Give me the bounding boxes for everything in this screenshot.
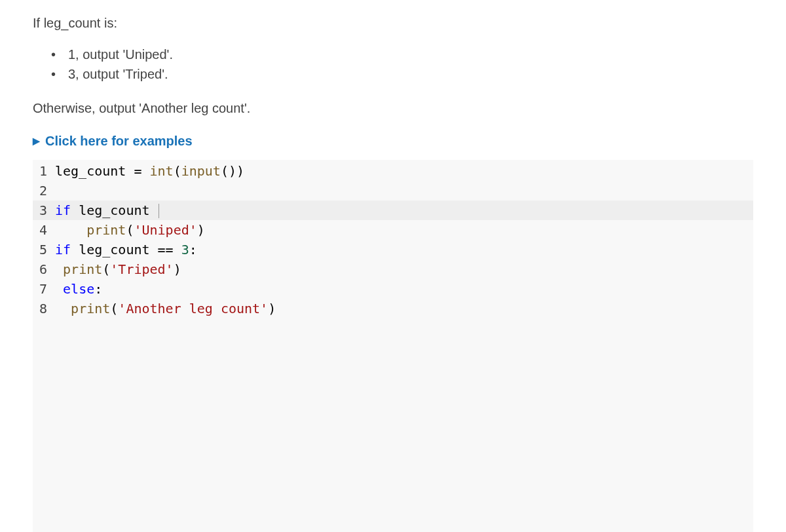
examples-toggle[interactable]: ▶ Click here for examples [33, 131, 753, 151]
token-plain: ( [110, 301, 118, 316]
token-str: 'Another leg count' [118, 301, 268, 316]
token-str: 'Uniped' [134, 222, 196, 238]
token-plain [71, 242, 79, 257]
bullet-item: 3, output 'Triped'. [51, 64, 753, 84]
text-cursor [159, 204, 159, 218]
code-content[interactable]: if leg_count == 3: [55, 240, 753, 259]
token-plain [141, 163, 149, 179]
token-fn: int [150, 163, 174, 179]
bullet-item: 1, output 'Uniped'. [51, 45, 753, 64]
line-number: 4 [33, 220, 55, 240]
code-editor[interactable]: 1leg_count = int(input())23if leg_count … [33, 160, 753, 532]
code-line[interactable]: 5if leg_count == 3: [33, 240, 753, 259]
token-plain [150, 242, 158, 257]
examples-label: Click here for examples [45, 131, 193, 151]
code-line[interactable]: 8 print('Another leg count') [33, 299, 753, 318]
code-line[interactable]: 2 [33, 181, 753, 200]
token-plain: ( [126, 222, 134, 238]
token-plain [150, 202, 158, 218]
line-number: 5 [33, 240, 55, 259]
token-ident: leg_count [79, 202, 149, 218]
code-line[interactable]: 3if leg_count [33, 200, 753, 220]
token-plain: ()) [221, 163, 244, 179]
code-content[interactable]: print('Another leg count') [55, 299, 753, 318]
token-plain [71, 202, 79, 218]
token-fn: input [181, 163, 221, 179]
token-plain: ( [174, 163, 181, 179]
token-op: == [158, 242, 174, 257]
line-number: 3 [33, 200, 55, 220]
code-line[interactable]: 4 print('Uniped') [33, 220, 753, 240]
token-plain [55, 281, 63, 297]
token-fn: print [71, 301, 110, 316]
token-plain [55, 261, 63, 277]
intro-text: If leg_count is: [33, 13, 753, 33]
line-number: 2 [33, 181, 55, 200]
otherwise-text: Otherwise, output 'Another leg count'. [33, 98, 753, 118]
token-plain: : [189, 242, 197, 257]
token-num: 3 [181, 242, 189, 257]
line-number: 8 [33, 299, 55, 318]
token-fn: print [63, 261, 102, 277]
token-plain [55, 222, 86, 238]
token-plain: ( [102, 261, 110, 277]
token-ident: leg_count [55, 163, 126, 179]
line-number: 1 [33, 161, 55, 181]
code-content[interactable]: else: [55, 279, 753, 299]
token-ident: leg_count [79, 242, 149, 257]
token-fn: print [86, 222, 126, 238]
token-plain: ) [174, 261, 181, 277]
bullet-list: 1, output 'Uniped'. 3, output 'Triped'. [51, 45, 753, 84]
code-content[interactable]: leg_count = int(input()) [55, 161, 753, 181]
token-plain: : [94, 281, 102, 297]
chevron-right-icon: ▶ [33, 134, 40, 148]
code-line[interactable]: 7 else: [33, 279, 753, 299]
token-plain [174, 242, 181, 257]
token-plain [55, 301, 71, 316]
code-content[interactable]: print('Triped') [55, 259, 753, 279]
token-kw: else [63, 281, 94, 297]
token-kw: if [55, 202, 71, 218]
code-content[interactable]: print('Uniped') [55, 220, 753, 240]
code-line[interactable]: 6 print('Triped') [33, 259, 753, 279]
token-kw: if [55, 242, 71, 257]
code-line[interactable]: 1leg_count = int(input()) [33, 161, 753, 181]
line-number: 7 [33, 279, 55, 299]
code-content[interactable]: if leg_count [55, 200, 753, 220]
token-plain [126, 163, 134, 179]
token-str: 'Triped' [110, 261, 173, 277]
token-op: = [134, 163, 141, 179]
token-plain: ) [197, 222, 205, 238]
line-number: 6 [33, 259, 55, 279]
token-plain: ) [268, 301, 276, 316]
